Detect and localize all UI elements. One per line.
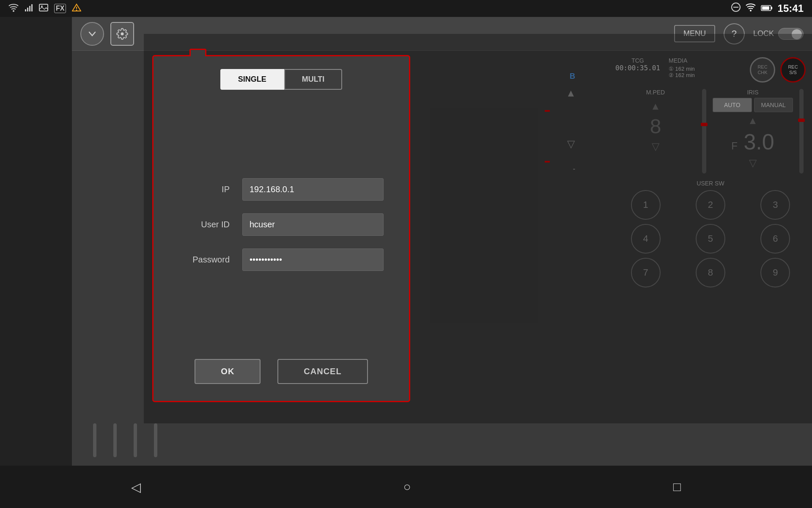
dnd-icon (731, 3, 741, 14)
ip-input[interactable] (242, 178, 384, 201)
recent-button[interactable]: □ (673, 480, 681, 494)
warning-icon (72, 3, 81, 14)
svg-point-11 (750, 10, 752, 11)
userid-row: User ID (179, 213, 384, 236)
status-left-icons: FX (8, 3, 81, 14)
password-input[interactable] (242, 248, 384, 271)
slider-2[interactable] (113, 423, 117, 457)
svg-rect-13 (771, 7, 772, 9)
battery-icon (761, 3, 773, 14)
home-button[interactable]: ○ (403, 480, 411, 494)
userid-label: User ID (179, 220, 230, 229)
svg-point-8 (76, 9, 77, 11)
password-row: Password (179, 248, 384, 271)
settings-button[interactable] (110, 22, 134, 46)
slider-1[interactable] (93, 423, 96, 457)
back-button[interactable]: ◁ (131, 480, 141, 494)
dropdown-button[interactable] (80, 22, 104, 46)
svg-rect-2 (27, 8, 28, 11)
wifi-icon-right (746, 3, 756, 14)
svg-rect-4 (31, 4, 33, 11)
password-label: Password (179, 255, 230, 265)
slider-3[interactable] (134, 423, 137, 457)
multi-tab[interactable]: MULTI (284, 69, 343, 90)
image-icon (39, 4, 48, 14)
single-tab[interactable]: SINGLE (220, 69, 284, 90)
userid-input[interactable] (242, 213, 384, 236)
svg-rect-1 (25, 9, 26, 11)
svg-point-0 (13, 10, 14, 12)
fx-icon: FX (54, 4, 66, 13)
cancel-button[interactable]: CANCEL (277, 359, 368, 384)
left-sidebar (0, 17, 72, 466)
ok-button[interactable]: OK (195, 359, 261, 384)
modal-notch (189, 49, 206, 56)
signal-icon (25, 3, 33, 14)
modal-tabs: SINGLE MULTI (154, 56, 409, 98)
ip-row: IP (179, 178, 384, 201)
bottom-nav: ◁ ○ □ (0, 466, 812, 508)
app-area: MENU ? LOCK TCG 00:00:35.01 MEDIA ① 16 (72, 17, 812, 466)
status-right: 15:41 (731, 3, 804, 14)
connection-modal: SINGLE MULTI IP User ID Password (152, 55, 410, 402)
ip-label: IP (179, 185, 230, 194)
modal-overlay: SINGLE MULTI IP User ID Password (144, 34, 812, 423)
wifi-icon (8, 3, 19, 14)
svg-rect-3 (29, 6, 30, 11)
modal-body: IP User ID Password (154, 98, 409, 351)
clock: 15:41 (778, 3, 804, 14)
svg-rect-14 (762, 6, 769, 10)
status-bar: FX (0, 0, 812, 17)
slider-4[interactable] (154, 423, 157, 457)
modal-footer: OK CANCEL (154, 351, 409, 401)
